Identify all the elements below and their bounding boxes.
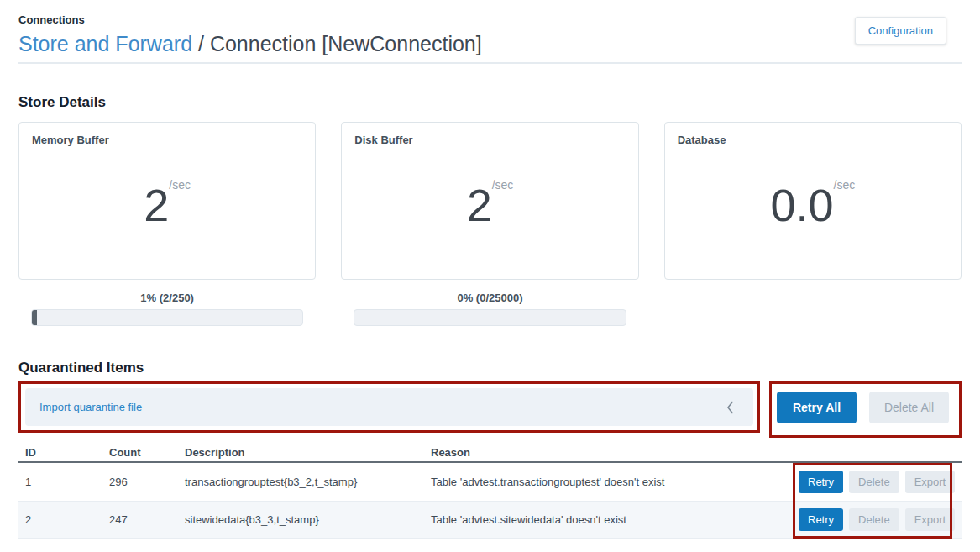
column-header-count: Count xyxy=(102,446,178,459)
export-button[interactable]: Export xyxy=(905,471,956,493)
retry-all-button[interactable]: Retry All xyxy=(777,392,857,423)
memory-buffer-progress-bar xyxy=(31,309,303,326)
annotation-box-bulk-actions: Retry All Delete All xyxy=(769,381,962,438)
disk-buffer-title: Disk Buffer xyxy=(342,123,637,157)
column-header-description: Description xyxy=(178,446,424,459)
disk-buffer-progress-label: 0% (0/25000) xyxy=(341,292,638,304)
disk-buffer-unit: /sec xyxy=(492,178,514,192)
row-id: 2 xyxy=(18,513,102,526)
table-row: 1 296 transactiongrouptest{b3_2,t_stamp}… xyxy=(18,463,962,501)
quarantined-items-heading: Quarantined Items xyxy=(18,360,962,376)
quarantine-controls: Import quarantine file Retry All Delete … xyxy=(18,381,962,438)
delete-button[interactable]: Delete xyxy=(849,508,899,531)
row-actions: Retry Delete Export xyxy=(789,471,962,493)
database-unit: /sec xyxy=(834,178,856,192)
store-detail-cards: Memory Buffer 2 /sec Disk Buffer 2 /sec … xyxy=(18,122,962,280)
export-button[interactable]: Export xyxy=(905,508,956,531)
row-description: transactiongrouptest{b3_2,t_stamp} xyxy=(178,476,424,488)
quarantine-table-header: ID Count Description Reason xyxy=(18,444,962,463)
retry-button[interactable]: Retry xyxy=(799,508,843,531)
memory-buffer-value: 2 xyxy=(144,181,169,229)
memory-buffer-title: Memory Buffer xyxy=(19,123,315,157)
column-header-reason: Reason xyxy=(424,446,789,459)
row-actions: Retry Delete Export xyxy=(789,508,962,531)
store-and-forward-page: Connections Store and Forward / Connecti… xyxy=(0,0,980,552)
configuration-button[interactable]: Configuration xyxy=(855,17,946,45)
import-quarantine-file-expander[interactable]: Import quarantine file xyxy=(25,388,753,426)
disk-buffer-value: 2 xyxy=(467,181,492,229)
title-divider xyxy=(18,62,962,64)
store-details-heading: Store Details xyxy=(18,94,962,111)
memory-buffer-unit: /sec xyxy=(169,178,191,192)
memory-buffer-progress-fill xyxy=(32,310,37,325)
retry-button[interactable]: Retry xyxy=(799,471,843,493)
database-metric: 0.0 /sec xyxy=(665,181,961,229)
database-progress-spacer xyxy=(664,292,962,326)
disk-buffer-progress-bar xyxy=(354,309,626,326)
breadcrumb-store-and-forward-link[interactable]: Store and Forward xyxy=(18,32,192,55)
chevron-left-icon xyxy=(726,400,735,415)
row-count: 296 xyxy=(102,476,178,488)
row-id: 1 xyxy=(18,476,102,488)
annotation-box-import: Import quarantine file xyxy=(18,381,760,433)
memory-buffer-progress-label: 1% (2/250) xyxy=(18,292,316,304)
disk-buffer-progress: 0% (0/25000) xyxy=(341,292,638,326)
database-value: 0.0 xyxy=(770,181,833,229)
database-card: Database 0.0 /sec xyxy=(664,122,962,280)
database-title: Database xyxy=(665,123,961,157)
memory-buffer-metric: 2 /sec xyxy=(19,181,315,229)
memory-buffer-card: Memory Buffer 2 /sec xyxy=(18,122,316,280)
breadcrumb-current: Connection [NewConnection] xyxy=(210,32,482,55)
delete-button[interactable]: Delete xyxy=(849,471,899,493)
disk-buffer-metric: 2 /sec xyxy=(342,181,637,229)
row-description: sitewidedata{b3_3,t_stamp} xyxy=(178,513,424,526)
row-count: 247 xyxy=(102,513,178,526)
quarantine-table: ID Count Description Reason 1 296 transa… xyxy=(18,444,962,539)
delete-all-button[interactable]: Delete All xyxy=(869,392,949,423)
memory-buffer-progress: 1% (2/250) xyxy=(18,292,316,326)
row-reason: Table 'advtest.sitewidedata' doesn't exi… xyxy=(424,513,789,526)
buffer-progress-row: 1% (2/250) 0% (0/25000) xyxy=(18,292,962,326)
page-title: Store and Forward / Connection [NewConne… xyxy=(18,31,962,56)
breadcrumb-separator: / xyxy=(192,32,210,55)
disk-buffer-card: Disk Buffer 2 /sec xyxy=(341,122,638,280)
row-reason: Table 'advtest.transactiongrouptest' doe… xyxy=(424,476,789,488)
table-row: 2 247 sitewidedata{b3_3,t_stamp} Table '… xyxy=(18,501,962,539)
column-header-id: ID xyxy=(18,446,102,459)
import-quarantine-file-label: Import quarantine file xyxy=(39,401,142,413)
section-eyebrow: Connections xyxy=(18,0,962,26)
